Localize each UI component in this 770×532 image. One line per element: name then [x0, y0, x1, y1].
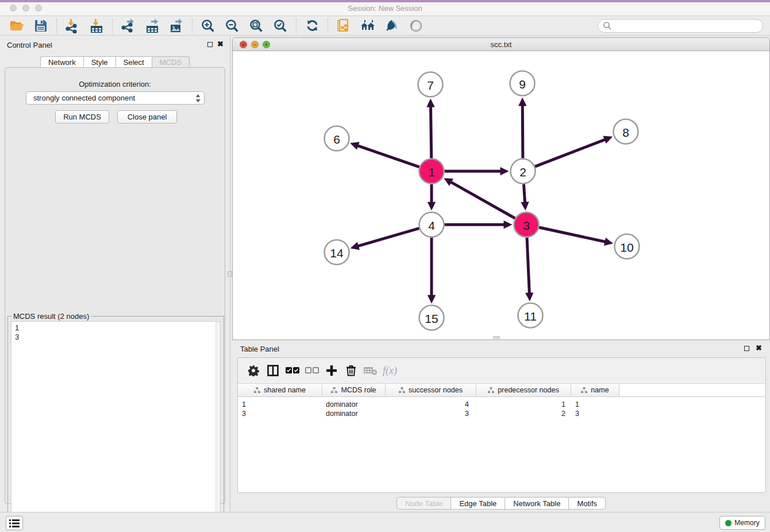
node-label: 15: [425, 312, 438, 325]
run-mcds-button[interactable]: Run MCDS: [55, 110, 109, 124]
node-15[interactable]: 15: [419, 306, 444, 330]
home-layout-icon[interactable]: [359, 17, 376, 34]
birds-eye-view-icon[interactable]: [407, 17, 425, 34]
delete-row-icon[interactable]: [341, 361, 361, 380]
export-image-icon[interactable]: [168, 17, 185, 34]
node-label: 14: [330, 246, 344, 260]
show-column-icon[interactable]: [263, 361, 283, 380]
edge-4-3[interactable]: [445, 221, 513, 229]
result-scrollbar[interactable]: [215, 322, 220, 527]
edge-1-4[interactable]: [428, 184, 436, 211]
network-view-titlebar: × − + scc.txt: [233, 38, 769, 51]
criterion-select[interactable]: strongly connected component: [26, 91, 205, 105]
network-view-window: × − + scc.txt 1234678910111415: [232, 37, 770, 340]
edge-3-11[interactable]: [525, 237, 533, 301]
column-header-name[interactable]: name: [571, 384, 619, 396]
column-header-successor-nodes[interactable]: successor nodes: [386, 384, 476, 396]
titlebar-accent: [0, 0, 770, 2]
edge-1-7[interactable]: [426, 98, 434, 158]
column-header-predecessor-nodes[interactable]: predecessor nodes: [476, 384, 571, 396]
edge-4-15[interactable]: [428, 238, 436, 304]
horizontal-splitter-grip[interactable]: [493, 336, 500, 339]
float-panel-icon[interactable]: [207, 42, 213, 47]
tab-network-table[interactable]: Network Table: [505, 497, 568, 510]
tab-network[interactable]: Network: [40, 56, 83, 68]
edge-1-6[interactable]: [350, 142, 419, 167]
node-6[interactable]: 6: [325, 126, 349, 151]
cell-successor-nodes: 4: [386, 400, 476, 410]
export-table-icon[interactable]: [144, 17, 161, 34]
node-9[interactable]: 9: [510, 71, 535, 96]
tab-node-table[interactable]: Node Table: [396, 497, 451, 510]
node-14[interactable]: 14: [325, 240, 349, 265]
close-panel-button[interactable]: Close panel: [117, 110, 177, 124]
search-icon: [603, 21, 612, 30]
memory-button[interactable]: Memory: [719, 516, 765, 530]
zoom-selected-icon[interactable]: [272, 17, 289, 34]
node-10[interactable]: 10: [615, 234, 640, 259]
clone-network-icon[interactable]: [335, 17, 352, 34]
edge-3-10[interactable]: [539, 228, 613, 246]
node-2[interactable]: 2: [511, 159, 536, 184]
node-label: 6: [333, 133, 340, 146]
close-table-panel-icon[interactable]: ✖: [756, 344, 762, 352]
refresh-view-icon[interactable]: [303, 17, 321, 34]
network-graph-canvas[interactable]: 1234678910111415: [233, 51, 769, 338]
zoom-in-icon[interactable]: [199, 17, 217, 34]
open-session-icon[interactable]: [8, 17, 25, 34]
node-4[interactable]: 4: [419, 213, 444, 237]
tab-motifs[interactable]: Motifs: [568, 497, 606, 510]
save-session-icon[interactable]: [32, 17, 49, 34]
node-table-container: f(x) shared nameMCDS rolesuccessor nodes…: [237, 357, 766, 493]
table-panel-title: Table Panel: [240, 345, 279, 353]
node-7[interactable]: 7: [418, 72, 443, 97]
node-label: 4: [428, 219, 435, 232]
node-label: 7: [427, 79, 434, 92]
cell-MCDS-role: dominator: [322, 410, 386, 419]
table-row[interactable]: 1dominator411: [238, 400, 765, 410]
zoom-out-icon[interactable]: [224, 17, 241, 34]
import-table-icon[interactable]: [88, 17, 105, 34]
column-header-MCDS-role[interactable]: MCDS role: [322, 384, 386, 396]
node-label: 11: [524, 310, 537, 323]
close-panel-icon[interactable]: ✖: [217, 40, 224, 48]
edge-2-9[interactable]: [518, 97, 526, 158]
export-network-icon[interactable]: [120, 17, 137, 34]
edge-3-1[interactable]: [444, 178, 515, 218]
table-tabs: Node TableEdge TableNetwork TableMotifs: [232, 497, 770, 510]
node-8[interactable]: 8: [614, 119, 638, 144]
table-row[interactable]: 3dominator323: [238, 410, 765, 419]
vertical-splitter-grip[interactable]: [228, 271, 232, 277]
function-builder-icon[interactable]: f(x): [383, 365, 397, 377]
edge-4-14[interactable]: [351, 228, 419, 250]
node-label: 3: [523, 219, 530, 232]
memory-label: Memory: [734, 519, 759, 527]
import-network-icon[interactable]: [64, 17, 81, 34]
zoom-fit-icon[interactable]: [248, 17, 265, 34]
control-panel-header: Control Panel ✖: [0, 36, 230, 53]
table-settings-icon[interactable]: [244, 361, 263, 380]
tab-style[interactable]: Style: [83, 56, 116, 68]
network-view-title: scc.txt: [233, 40, 769, 49]
column-header-shared-name[interactable]: shared name: [238, 384, 322, 396]
table-panel: Table Panel ✖ f(x): [232, 340, 770, 512]
mcds-result-area[interactable]: 1 3: [11, 321, 221, 528]
tab-select[interactable]: Select: [116, 56, 152, 68]
add-row-icon[interactable]: [322, 361, 341, 380]
show-graphics-details-icon[interactable]: [383, 17, 401, 34]
edge-2-8[interactable]: [535, 136, 613, 166]
task-history-button[interactable]: [6, 516, 23, 530]
node-11[interactable]: 11: [518, 303, 543, 328]
select-all-rows-icon[interactable]: [283, 361, 302, 380]
node-3[interactable]: 3: [514, 213, 539, 237]
node-1[interactable]: 1: [419, 159, 444, 184]
search-field[interactable]: [598, 19, 763, 33]
window-titlebar: Session: New Session: [0, 0, 770, 16]
float-table-panel-icon[interactable]: [744, 346, 749, 351]
tab-edge-table[interactable]: Edge Table: [451, 497, 505, 510]
edge-1-2[interactable]: [445, 167, 509, 175]
table-toolbar: f(x): [238, 358, 765, 383]
edge-2-3[interactable]: [521, 184, 529, 210]
deselect-all-rows-icon[interactable]: [302, 361, 322, 380]
delete-table-icon[interactable]: [361, 361, 380, 380]
